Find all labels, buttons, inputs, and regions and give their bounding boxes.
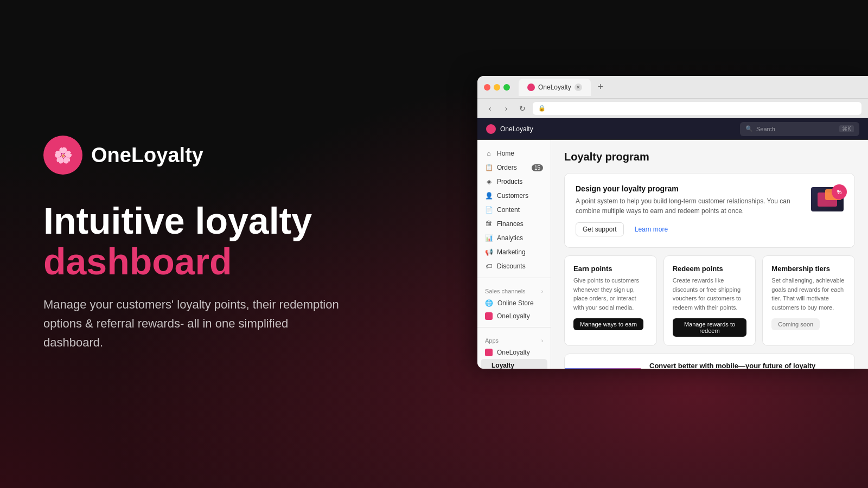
minimize-button[interactable] xyxy=(494,84,500,91)
browser-chrome: OneLoyalty ✕ + xyxy=(477,76,868,99)
manage-redeem-button[interactable]: Manage rewards to redeem xyxy=(673,318,747,337)
sidebar-marketing-label: Marketing xyxy=(497,248,526,256)
redeem-points-desc: Create rewards like discounts or free sh… xyxy=(673,276,747,312)
earn-points-title: Earn points xyxy=(573,265,648,273)
admin-logo: OneLoyalty xyxy=(486,124,733,134)
sidebar-item-analytics[interactable]: 📊 Analytics xyxy=(477,231,551,245)
design-card-image: % xyxy=(800,184,844,217)
headline: Intuitive loyalty dashboard xyxy=(43,201,347,282)
oneloyalty-channel-label: OneLoyalty xyxy=(497,312,530,320)
back-button[interactable]: ‹ xyxy=(484,102,496,114)
mobile-card-image: A xyxy=(565,368,641,369)
online-store-label: Online Store xyxy=(497,299,534,307)
sidebar-item-marketing[interactable]: 📢 Marketing xyxy=(477,245,551,259)
coming-soon-button: Coming soon xyxy=(771,318,820,330)
left-panel: 🌸 OneLoyalty Intuitive loyalty dashboard… xyxy=(0,0,391,488)
oneloyalty-app-icon xyxy=(485,349,493,356)
tab-favicon xyxy=(527,84,535,91)
sidebar-item-discounts[interactable]: 🏷 Discounts xyxy=(477,259,551,273)
orders-icon: 📋 xyxy=(485,164,493,171)
forward-button[interactable]: › xyxy=(500,102,512,114)
content-icon: 📄 xyxy=(485,206,493,214)
sidebar-item-orders[interactable]: 📋 Orders 15 xyxy=(477,160,551,175)
sidebar-content-label: Content xyxy=(497,206,520,214)
sales-channels-label: Sales channels xyxy=(485,288,526,294)
apps-arrow: › xyxy=(541,338,543,344)
discounts-icon: 🏷 xyxy=(485,262,493,270)
get-support-button[interactable]: Get support xyxy=(576,222,624,236)
traffic-lights xyxy=(484,84,510,91)
tab-close-icon[interactable]: ✕ xyxy=(575,84,582,91)
address-bar[interactable]: 🔒 xyxy=(533,102,861,115)
sidebar-divider-2 xyxy=(477,327,551,328)
design-card-actions: Get support Learn more xyxy=(576,222,792,236)
new-tab-button[interactable]: + xyxy=(593,80,608,95)
search-icon: 🔍 xyxy=(745,125,753,132)
admin-content: ⌂ Home 📋 Orders 15 ◈ Products 👤 Customer… xyxy=(477,140,868,369)
sidebar-item-customers[interactable]: 👤 Customers xyxy=(477,189,551,203)
sidebar-item-products[interactable]: ◈ Products xyxy=(477,175,551,189)
design-card-desc: A point system to help you build long-te… xyxy=(576,196,792,216)
orders-badge: 15 xyxy=(532,164,543,171)
manage-earn-button[interactable]: Manage ways to earn xyxy=(573,318,643,330)
online-store-icon: 🌐 xyxy=(485,299,493,307)
design-card: Design your loyalty program A point syst… xyxy=(564,173,855,248)
sidebar-sub-loyalty-program[interactable]: Loyalty program xyxy=(481,359,547,369)
apps-section: Apps › xyxy=(477,332,551,346)
loyalty-program-label: Loyalty program xyxy=(492,362,542,369)
oneloyalty-app-label: OneLoyalty xyxy=(497,349,530,356)
mobile-card-title: Convert better with mobile—your future o… xyxy=(649,362,846,369)
sidebar-item-online-store[interactable]: 🌐 Online Store xyxy=(477,297,551,310)
logo-area: 🌸 OneLoyalty xyxy=(43,136,347,175)
sidebar-item-content[interactable]: 📄 Content xyxy=(477,203,551,217)
sidebar-item-home[interactable]: ⌂ Home xyxy=(477,146,551,160)
redeem-points-card: Redeem points Create rewards like discou… xyxy=(663,255,756,346)
main-content: Loyalty program Design your loyalty prog… xyxy=(551,140,868,369)
admin-sidebar: ⌂ Home 📋 Orders 15 ◈ Products 👤 Customer… xyxy=(477,140,551,369)
tab-label: OneLoyalty xyxy=(538,84,571,91)
customers-icon: 👤 xyxy=(485,192,493,200)
sidebar-item-finances[interactable]: 🏛 Finances xyxy=(477,217,551,231)
admin-header: OneLoyalty 🔍 Search ⌘K xyxy=(477,118,868,140)
mobile-card: A Convert better with mobile—your future… xyxy=(564,354,855,369)
admin-search[interactable]: 🔍 Search ⌘K xyxy=(740,122,859,136)
logo-icon: 🌸 xyxy=(43,136,82,175)
sidebar-finances-label: Finances xyxy=(497,220,524,228)
admin-logo-text: OneLoyalty xyxy=(500,125,533,133)
oneloyalty-channel-icon xyxy=(485,312,493,320)
apps-label: Apps xyxy=(485,337,499,344)
design-card-title: Design your loyalty program xyxy=(576,184,792,193)
headline-line1: Intuitive loyalty xyxy=(43,201,347,241)
sales-channels-arrow: › xyxy=(541,288,543,294)
page-title: Loyalty program xyxy=(564,151,855,163)
membership-tiers-desc: Set challenging, achievable goals and re… xyxy=(771,276,846,312)
search-shortcut: ⌘K xyxy=(839,125,854,132)
learn-more-button[interactable]: Learn more xyxy=(628,222,674,236)
refresh-button[interactable]: ↻ xyxy=(516,102,528,114)
sidebar-discounts-label: Discounts xyxy=(497,262,526,270)
sidebar-products-label: Products xyxy=(497,178,522,185)
browser-nav: ‹ › ↻ 🔒 xyxy=(477,99,868,118)
tab-area: OneLoyalty ✕ + xyxy=(519,79,861,96)
marketing-icon: 📢 xyxy=(485,248,493,256)
lock-icon: 🔒 xyxy=(538,105,546,112)
discount-badge: % xyxy=(832,184,847,200)
sidebar-analytics-label: Analytics xyxy=(497,234,523,242)
search-label: Search xyxy=(756,126,836,132)
active-tab[interactable]: OneLoyalty ✕ xyxy=(519,79,591,96)
earn-points-desc: Give points to customers whenever they s… xyxy=(573,276,648,312)
analytics-icon: 📊 xyxy=(485,234,493,242)
sidebar-item-oneloyalty-channel[interactable]: OneLoyalty xyxy=(477,310,551,323)
brand-name: OneLoyalty xyxy=(91,144,203,167)
close-button[interactable] xyxy=(484,84,490,91)
redeem-points-title: Redeem points xyxy=(673,265,747,273)
design-card-content: Design your loyalty program A point syst… xyxy=(576,184,792,236)
membership-tiers-card: Membership tiers Set challenging, achiev… xyxy=(762,255,855,346)
membership-tiers-title: Membership tiers xyxy=(771,265,846,273)
maximize-button[interactable] xyxy=(503,84,510,91)
sales-channels-section: Sales channels › xyxy=(477,282,551,297)
sidebar-home-label: Home xyxy=(497,150,514,157)
admin-logo-icon xyxy=(486,124,496,134)
sidebar-item-oneloyalty-app[interactable]: OneLoyalty xyxy=(477,346,551,359)
sidebar-divider-1 xyxy=(477,278,551,278)
